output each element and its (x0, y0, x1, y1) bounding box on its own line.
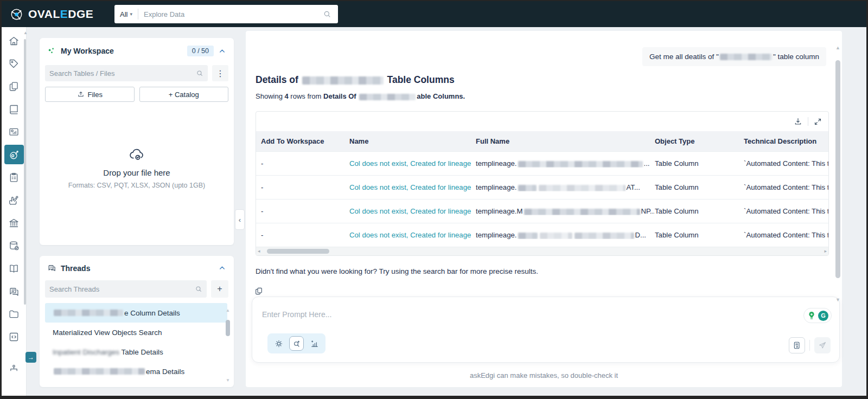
scroll-up-arrow-icon[interactable]: ▲ (835, 45, 840, 50)
search-scope-dropdown[interactable]: All ▾ (114, 10, 138, 18)
rail-scrollbar-up-arrow[interactable]: ▲ (23, 30, 28, 35)
sidebar-item-files[interactable] (2, 303, 27, 325)
scroll-right-arrow-icon[interactable]: ▸ (824, 248, 827, 254)
sidebar-item-data-quality[interactable] (2, 234, 27, 257)
green-bulb-icon (807, 311, 816, 320)
download-button[interactable] (794, 117, 802, 126)
agent-selector[interactable]: G (803, 308, 832, 323)
ovaledge-logo-icon (9, 7, 24, 22)
global-search-input[interactable] (138, 10, 323, 18)
actions-divider (809, 340, 810, 351)
threads-search-input[interactable] (49, 285, 195, 293)
column-name-link[interactable]: Col does not exist, Created for lineage (349, 159, 471, 168)
column-header: Technical Description (744, 137, 828, 145)
code-icon (8, 331, 20, 343)
copy-pages-icon (8, 81, 20, 92)
full-name-cell: templineage.MNP... (476, 207, 655, 215)
add-catalog-button[interactable]: + Catalog (139, 87, 229, 102)
threads-scrollbar[interactable]: ▲ ▼ (225, 308, 231, 383)
add-to-workspace-cell: - (261, 159, 349, 168)
workspace-search-input[interactable] (49, 69, 196, 78)
folder-icon (8, 308, 20, 320)
table-row: - Col does not exist, Created for lineag… (256, 151, 828, 175)
upload-files-button[interactable]: Files (45, 87, 135, 102)
sidebar-item-endorsements[interactable] (2, 189, 27, 211)
object-type-cell: Table Column (655, 159, 744, 168)
expand-table-button[interactable] (814, 118, 822, 126)
hand-endorse-icon (8, 195, 20, 206)
sidebar-item-home[interactable] (2, 29, 27, 52)
ovaledge-wordmark: OVALEDGE (28, 8, 93, 21)
sidebar-item-glossary[interactable] (2, 257, 27, 280)
redacted-text (720, 54, 772, 60)
thread-item-active[interactable]: e Column Details (45, 303, 227, 323)
sidebar-item-lineage[interactable] (2, 358, 27, 381)
redacted-text (54, 368, 145, 375)
tech-description-cell: `Automated Content: This ta (744, 183, 828, 191)
table-row: - Col does not exist, Created for lineag… (256, 223, 828, 247)
document-icon (793, 341, 801, 350)
thread-item[interactable]: Materialized View Objects Search (45, 323, 227, 342)
prompt-input[interactable] (262, 310, 696, 319)
column-name-link[interactable]: Col does not exist, Created for lineage (349, 231, 471, 239)
collapse-panel-handle[interactable]: ‹ (235, 209, 245, 230)
expand-sidebar-button[interactable]: → (25, 352, 36, 363)
workspace-search-box (45, 65, 208, 81)
threads-collapse-chevron-icon[interactable] (218, 264, 226, 272)
thread-label: Materialized View Objects Search (53, 329, 162, 337)
chat-bubbles-icon (8, 286, 20, 297)
copy-response-button[interactable] (254, 287, 263, 298)
scroll-left-arrow-icon[interactable]: ◂ (258, 248, 260, 254)
horizontal-scrollbar-thumb[interactable] (267, 249, 329, 254)
workspace-dots-icon (47, 47, 56, 56)
sidebar-item-reports[interactable] (2, 120, 27, 143)
search-mode-button-selected[interactable] (289, 336, 304, 351)
table-row: - Col does not exist, Created for lineag… (256, 199, 828, 223)
send-button[interactable] (814, 337, 831, 353)
sidebar-item-discussions[interactable] (2, 280, 27, 303)
sidebar-item-copy[interactable] (2, 75, 27, 98)
workspace-collapse-chevron-icon[interactable] (218, 47, 226, 55)
sidebar-item-projects[interactable] (2, 166, 27, 189)
file-dropzone[interactable]: Drop your file here Formats: CSV, PQT, X… (45, 146, 228, 189)
tech-description-cell: `Automated Content: This ta (744, 207, 828, 215)
table-row: - Col does not exist, Created for lineag… (256, 175, 828, 199)
askedgi-robot-icon (8, 149, 20, 160)
column-name-link[interactable]: Col does not exist, Created for lineage (349, 207, 471, 215)
prompt-library-button[interactable] (789, 337, 805, 353)
scroll-down-arrow-icon[interactable]: ▼ (226, 378, 230, 383)
full-name-cell: templineage.... (476, 159, 655, 168)
search-icon[interactable] (323, 10, 331, 18)
thread-item[interactable]: Inpatient Discharges Table Details (45, 342, 227, 362)
threads-scrollbar-thumb[interactable] (226, 320, 230, 336)
workspace-kebab-menu-button[interactable]: ⋮ (212, 65, 228, 81)
g-agent-badge: G (818, 311, 828, 321)
workspace-count-badge: 0 / 50 (187, 46, 214, 56)
search-icon (196, 69, 203, 77)
sidebar-item-tags[interactable] (2, 52, 27, 75)
thread-item[interactable]: ema Details (45, 362, 227, 381)
user-message-prefix: Get me all deatils of " (649, 53, 719, 61)
scroll-up-arrow-icon[interactable]: ▲ (226, 308, 230, 313)
sidebar-item-askedgi-active[interactable] (4, 145, 24, 164)
rail-scrollbar-thumb[interactable] (24, 39, 26, 305)
ovaledge-logo[interactable]: OVALEDGE (2, 7, 93, 22)
new-thread-button[interactable]: + (211, 280, 228, 298)
sidebar-item-catalog-book[interactable] (2, 98, 27, 120)
scroll-down-arrow-icon[interactable]: ▼ (835, 297, 840, 303)
copy-icon (254, 287, 263, 295)
column-name-link[interactable]: Col does not exist, Created for lineage (349, 183, 471, 191)
askedgi-disclaimer: askEdgi can make mistakes, so double-che… (246, 371, 842, 379)
chart-mode-button[interactable] (307, 336, 322, 351)
vertical-scrollbar-thumb[interactable] (835, 60, 840, 278)
chat-vertical-scrollbar[interactable]: ▲ ▼ (834, 45, 841, 316)
prompt-card: G (252, 297, 840, 363)
redacted-text (524, 209, 640, 215)
sidebar-item-governance[interactable] (2, 211, 27, 234)
gear-sun-icon (275, 339, 283, 348)
table-horizontal-scrollbar[interactable]: ◂ ▸ (256, 247, 828, 255)
thread-label: e Column Details (124, 309, 180, 317)
reasoning-mode-button[interactable] (271, 336, 286, 351)
sidebar-item-queries[interactable] (2, 325, 27, 348)
app-window: OVALEDGE All ▾ ▲ → (0, 0, 868, 399)
